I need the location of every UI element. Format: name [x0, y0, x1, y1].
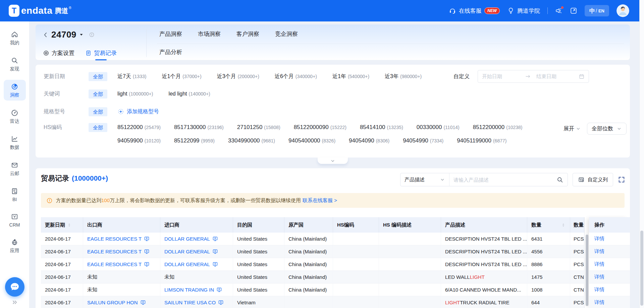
filter-option[interactable]: 近1个月(37000+) — [162, 73, 201, 80]
column-header-origin[interactable]: 原产国 — [284, 217, 333, 233]
avatar[interactable] — [616, 4, 629, 17]
filter-option[interactable]: 近3年(980000+) — [385, 73, 422, 80]
plan-id[interactable]: 24709 — [51, 29, 76, 40]
column-header-unit[interactable]: 数量单位 — [570, 217, 584, 233]
keyword-all-chip[interactable]: 全部 — [89, 89, 107, 99]
fullscreen-button[interactable] — [570, 7, 577, 14]
filter-option[interactable]: 00330000(11014) — [417, 124, 460, 131]
announcement-button[interactable] — [555, 7, 562, 14]
search-icon[interactable] — [556, 176, 564, 183]
tab-product-analysis[interactable]: 产品分析 — [159, 48, 182, 56]
digits-select[interactable]: 全部位数 — [587, 123, 627, 135]
company-link[interactable]: SAILUN TIRE USA CO — [164, 300, 216, 305]
filter-option[interactable]: light(1000000+) — [117, 91, 153, 97]
tendata-logo[interactable]: T endata 腾道 ® — [9, 5, 71, 17]
detail-link[interactable]: 详情 — [594, 274, 604, 280]
company-link[interactable]: SAILUN GROUP HON — [87, 300, 138, 305]
hs-all-chip[interactable]: 全部 — [89, 123, 107, 132]
online-service-button[interactable]: 在线客服 NEW — [449, 7, 500, 15]
filter-option[interactable]: 9405400000(8326) — [288, 137, 335, 144]
detail-link[interactable]: 详情 — [594, 287, 604, 293]
filter-option[interactable]: 近1年(540000+) — [332, 73, 369, 80]
academy-button[interactable]: 腾道学院 — [507, 7, 540, 15]
header-horizontal-divider — [157, 44, 624, 44]
filter-option[interactable]: 94059900(10120) — [117, 137, 161, 144]
table-scrollbar-thumb[interactable] — [586, 235, 588, 306]
sidebar-item-apps[interactable]: 应用 — [4, 235, 26, 256]
search-field-select[interactable]: 产品描述 — [400, 173, 449, 186]
page-scrollbar[interactable] — [639, 0, 644, 308]
spec-all-chip[interactable]: 全部 — [89, 107, 107, 116]
table-scrollbar[interactable] — [584, 217, 589, 308]
product-desc-input[interactable] — [453, 177, 554, 183]
detail-link[interactable]: 详情 — [594, 299, 604, 306]
tab-customer-insight[interactable]: 客户洞察 — [236, 30, 259, 38]
tab-market-insight[interactable]: 市场洞察 — [198, 30, 221, 38]
filter-option[interactable]: 近7天(1333) — [117, 73, 146, 80]
company-link[interactable]: DOLLAR GENERAL — [164, 261, 210, 267]
filter-option[interactable]: 近6个月(340000+) — [275, 73, 317, 80]
table-row-action: 详情 — [589, 245, 630, 258]
tab-competitor-insight[interactable]: 竞企洞察 — [275, 30, 298, 38]
column-header-exporter[interactable]: 出口商 — [83, 217, 160, 233]
table-fullscreen-button[interactable] — [618, 176, 625, 183]
company-link[interactable]: DOLLAR GENERAL — [164, 236, 210, 242]
tab-trade-records[interactable]: 贸易记录 — [85, 49, 117, 57]
filter-option[interactable]: 近3个月(200000+) — [217, 73, 259, 80]
plan-caret-icon[interactable] — [79, 32, 84, 37]
sidebar-item-crm[interactable]: CRM — [4, 210, 26, 230]
column-header-destination[interactable]: 目的国 — [233, 217, 284, 233]
company-link[interactable]: EAGLE RESOURCES T — [87, 261, 142, 267]
custom-columns-button[interactable]: 自定义列 — [573, 173, 613, 186]
detail-link[interactable]: 详情 — [594, 261, 604, 267]
sidebar-collapse-button[interactable] — [11, 299, 18, 306]
language-toggle[interactable]: 中 / EN — [585, 5, 609, 16]
tab-product-insight[interactable]: 产品洞察 — [159, 30, 182, 38]
column-header-hs-desc[interactable]: HS 编码描述 — [379, 217, 441, 233]
column-header-quantity[interactable]: 数量 — [527, 217, 570, 233]
date-all-chip[interactable]: 全部 — [89, 72, 107, 81]
sidebar-item-mail[interactable]: 云邮 — [4, 158, 26, 179]
info-icon[interactable] — [89, 32, 95, 38]
filter-option[interactable]: 27101250(15808) — [237, 124, 280, 131]
cell-product-desc: DESCRIPTION HVST24 TBL LED ... — [441, 245, 527, 258]
company-link[interactable]: EAGLE RESOURCES T — [87, 236, 142, 242]
company-link[interactable]: DOLLAR GENERAL — [164, 249, 210, 254]
filter-option[interactable]: 8517130000(23196) — [174, 124, 224, 131]
tab-plan-settings[interactable]: 方案设置 — [43, 49, 74, 57]
filter-option[interactable]: 3304990000(9681) — [228, 137, 275, 144]
company-link[interactable]: EAGLE RESOURCES T — [87, 249, 142, 254]
detail-link[interactable]: 详情 — [594, 236, 604, 242]
add-spec-button[interactable]: 添加规格型号 — [117, 108, 159, 115]
filter-option[interactable]: 94054990(7334) — [403, 137, 443, 144]
back-button[interactable] — [42, 32, 49, 38]
filter-option[interactable]: 94051199000(6877) — [457, 137, 506, 144]
sidebar-item-discover[interactable]: 发现 — [4, 54, 26, 74]
sidebar-item-home[interactable]: 我的 — [4, 27, 26, 48]
filter-collapse-tab[interactable] — [318, 158, 348, 164]
column-header-importer[interactable]: 进口商 — [160, 217, 233, 233]
sidebar-item-data[interactable]: 数据 — [4, 132, 26, 153]
column-header-hs-code[interactable]: HS编码 — [333, 217, 379, 233]
filter-option[interactable]: led light(140000+) — [168, 91, 210, 97]
custom-date-label[interactable]: 自定义 — [453, 73, 470, 80]
column-header-update-date[interactable]: 更新日期 — [41, 217, 83, 233]
filter-option[interactable]: 8512200000(10238) — [473, 124, 523, 131]
chat-button[interactable] — [5, 277, 24, 297]
cell-quantity: 4556 — [527, 245, 570, 258]
column-header-product-desc[interactable]: 产品描述 — [441, 217, 527, 233]
contact-service-link[interactable]: 联系在线客服 > — [303, 197, 337, 203]
filter-option[interactable]: 85122000090(15222) — [294, 124, 346, 131]
filter-option[interactable]: 85414100(13235) — [360, 124, 403, 131]
filter-option[interactable]: 85122000(25479) — [117, 124, 161, 131]
sidebar-item-insight[interactable]: 洞察 — [4, 80, 26, 101]
date-range-picker[interactable]: 开始日期 结束日期 — [478, 70, 589, 83]
expand-toggle[interactable]: 展开 — [564, 125, 581, 132]
filter-option[interactable]: 94054090(8306) — [349, 137, 389, 144]
filter-option[interactable]: 85122099(9959) — [174, 137, 215, 144]
page-scrollbar-thumb[interactable] — [640, 231, 643, 306]
sidebar-item-bi[interactable]: BIBI — [4, 184, 26, 204]
detail-link[interactable]: 详情 — [594, 248, 604, 255]
company-link[interactable]: LIMSON TRADING IN — [164, 287, 214, 293]
sidebar-item-radar[interactable]: 雷达 — [4, 106, 26, 127]
